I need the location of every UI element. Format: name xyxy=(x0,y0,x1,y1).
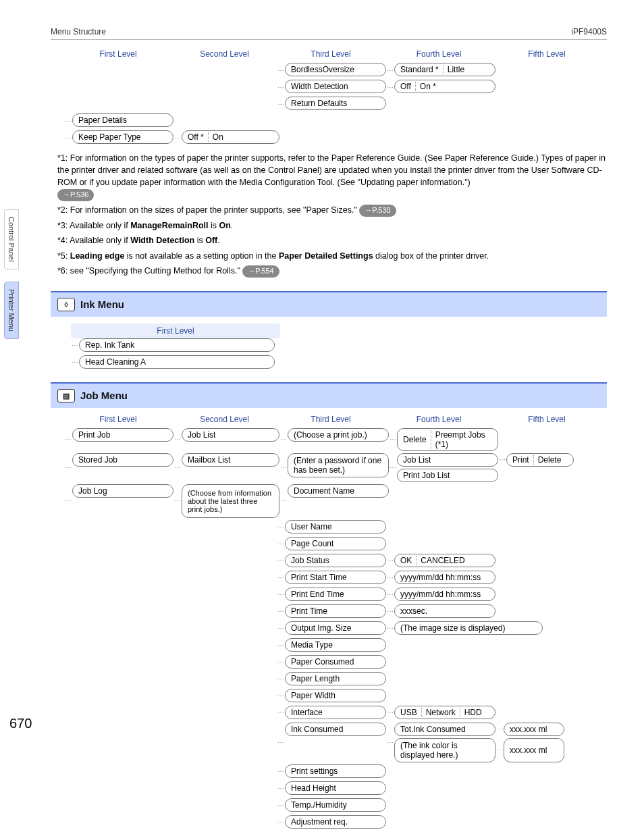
job-tree: ⋯Print Job ⋯Job List ⋯(Choose a print jo… xyxy=(64,428,607,830)
node-ptime: Print Time xyxy=(285,604,386,618)
header-left: Menu Structure xyxy=(51,27,106,36)
node-width-detect: Width Detection xyxy=(285,80,386,93)
node-standard-little: Standard *Little xyxy=(394,63,495,76)
lvl2: Second Level xyxy=(172,49,277,59)
lvl4: Fourth Level xyxy=(385,49,493,59)
note5: *5: Leading edge is not available as a s… xyxy=(57,250,607,262)
note3: *3: Available only if ManageRemainRoll i… xyxy=(57,219,607,232)
level-headers-top: First Level Second Level Third Level Fou… xyxy=(64,49,607,59)
section-job: ▤ Job Menu xyxy=(51,382,607,408)
job-icon: ▤ xyxy=(57,389,75,402)
node-head-height: Head Height xyxy=(285,781,386,795)
node-totink: Tot.Ink Consumed xyxy=(394,723,495,736)
side-tabs: Control Panel Printer Menu xyxy=(4,209,19,339)
tab-control-panel[interactable]: Control Panel xyxy=(4,209,19,269)
node-outimg: Output Img. Size xyxy=(285,621,386,635)
node-pconsumed: Paper Consumed xyxy=(285,655,386,669)
node-job-list: Job List xyxy=(182,428,279,442)
page-number: 670 xyxy=(9,716,32,731)
node-mailbox: Mailbox List xyxy=(182,453,279,467)
node-rep-ink: Rep. Ink Tank xyxy=(79,338,275,352)
node-return-defaults: Return Defaults xyxy=(285,97,386,110)
header-right: iPF9400S xyxy=(571,27,607,36)
node-paper-details: Paper Details xyxy=(72,113,173,127)
pill-p536[interactable]: →P.536 xyxy=(57,189,94,201)
ink-table: First Level ⋯Rep. Ink Tank ⋯Head Cleanin… xyxy=(71,323,280,370)
node-inkcolor-val: xxx.xxx ml xyxy=(504,738,564,762)
node-inkcolor: (The ink color is displayed here.) xyxy=(394,738,495,762)
node-totink-val: xxx.xxx ml xyxy=(504,723,564,736)
node-pend: Print End Time xyxy=(285,588,386,601)
lvl1: First Level xyxy=(64,49,172,59)
node-user-name: User Name xyxy=(285,520,386,533)
node-pend-val: yyyy/mm/dd hh:mm:ss xyxy=(394,588,495,601)
node-psettings: Print settings xyxy=(285,764,386,778)
node-choose-info: (Choose from information about the lates… xyxy=(182,484,279,518)
note6: *6: see "Specifying the Cutting Method f… xyxy=(57,265,607,278)
node-ok-cancel: OKCANCELED xyxy=(394,554,495,567)
ink-first-level-hdr: First Level xyxy=(71,323,280,338)
footnotes: *1: For information on the types of pape… xyxy=(57,152,607,278)
pill-p554[interactable]: →P.554 xyxy=(242,265,279,278)
node-plength: Paper Length xyxy=(285,672,386,685)
level-headers-job: First Level Second Level Third Level Fou… xyxy=(64,415,607,424)
node-head-clean: Head Cleaning A xyxy=(79,355,275,369)
node-page-count: Page Count xyxy=(285,537,386,550)
node-keep-paper-type: Keep Paper Type xyxy=(72,130,173,144)
node-ptime-val: xxxsec. xyxy=(394,604,495,618)
ink-icon: ◊ xyxy=(57,298,75,311)
section-ink: ◊ Ink Menu xyxy=(51,291,607,317)
node-bordless: BordlessOversize xyxy=(285,63,386,76)
node-print-job-list: Print Job List xyxy=(397,469,498,482)
lvl5: Fifth Level xyxy=(493,49,601,59)
node-keep-off-on: Off *On xyxy=(182,130,279,144)
node-delete-preempt: DeletePreempt Jobs (*1) xyxy=(397,428,498,451)
node-job-log: Job Log xyxy=(72,484,173,498)
note4: *4: Available only if Width Detection is… xyxy=(57,234,607,246)
node-job-status: Job Status xyxy=(285,554,386,567)
node-usb-net-hdd: USBNetworkHDD xyxy=(394,706,495,719)
node-doc-name: Document Name xyxy=(288,484,389,498)
page-header: Menu Structure iPF9400S xyxy=(51,27,607,40)
node-pwidth: Paper Width xyxy=(285,689,386,702)
node-pstart-val: yyyy/mm/dd hh:mm:ss xyxy=(394,571,495,584)
note1: *1: For information on the types of pape… xyxy=(57,152,607,201)
node-off-on: OffOn * xyxy=(394,80,495,93)
node-joblist2: Job List xyxy=(397,453,498,467)
node-print-job: Print Job xyxy=(72,428,173,442)
node-interface: Interface xyxy=(285,706,386,719)
note2: *2: For information on the sizes of pape… xyxy=(57,204,607,217)
node-pstart: Print Start Time xyxy=(285,571,386,584)
node-choose-print: (Choose a print job.) xyxy=(288,428,389,442)
node-print-delete: PrintDelete xyxy=(506,453,574,467)
tab-printer-menu[interactable]: Printer Menu xyxy=(4,282,19,339)
lvl3: Third Level xyxy=(277,49,385,59)
node-ink-consumed: Ink Consumed xyxy=(285,723,386,736)
node-media: Media Type xyxy=(285,638,386,652)
node-temp: Temp./Humidity xyxy=(285,798,386,812)
node-stored-job: Stored Job xyxy=(72,453,173,467)
node-enter-pwd: (Enter a password if one has been set.) xyxy=(288,453,389,477)
top-tree: ⋯BordlessOversize ⋯Standard *Little ⋯Wid… xyxy=(64,63,607,145)
pill-p530[interactable]: →P.530 xyxy=(359,205,396,217)
node-outimg-val: (The image size is displayed) xyxy=(394,621,543,635)
node-adj-req: Adjustment req. xyxy=(285,815,386,829)
